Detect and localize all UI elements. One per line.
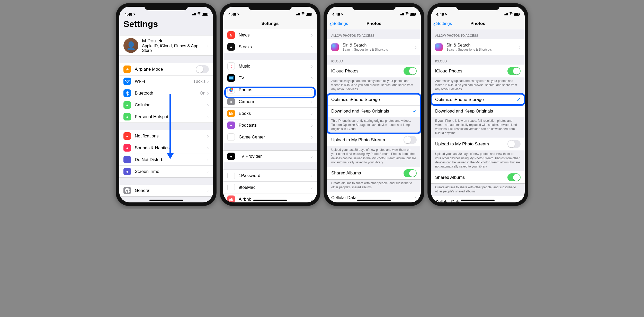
settings-row[interactable]: ●9to5Mac›: [223, 182, 317, 193]
siri-search-row[interactable]: Siri & SearchSearch, Suggestions & Short…: [327, 39, 421, 55]
icloud-photos-toggle[interactable]: [507, 67, 521, 75]
settings-row[interactable]: 1p1Password›: [223, 170, 317, 182]
airbnb-icon: ab: [227, 195, 235, 202]
chevron-right-icon: ›: [311, 32, 313, 38]
settings-row[interactable]: ●Personal Hotspot›: [119, 111, 213, 123]
do-not-disturb-icon: [123, 156, 131, 163]
signal-icon: [192, 13, 196, 15]
row-label: Airbnb: [239, 197, 311, 202]
signal-icon: [296, 13, 300, 15]
settings-row[interactable]: BluetoothOn›: [119, 87, 213, 99]
icloud-desc: Automatically upload and safely store al…: [327, 77, 421, 94]
chevron-right-icon: ›: [207, 114, 209, 120]
toggle[interactable]: [196, 65, 209, 73]
row-label: TV: [239, 76, 311, 81]
screen-2: 4:48➤ Settings NNews›●Stocks›♫Music›TV›P…: [223, 7, 317, 202]
chevron-right-icon: ›: [311, 63, 313, 69]
content-2[interactable]: NNews›●Stocks›♫Music›TV›Photos›●Camera›b…: [223, 29, 317, 202]
stocks-icon: ●: [227, 43, 235, 51]
settings-row[interactable]: ●Podcasts›: [223, 119, 317, 131]
siri-label: Siri & Search: [446, 43, 519, 48]
settings-row[interactable]: General›: [119, 185, 213, 196]
battery-icon: [202, 13, 208, 16]
battery-icon: [410, 13, 416, 16]
opt-label: Download and Keep Originals: [435, 109, 521, 114]
settings-row[interactable]: ●Stocks›: [223, 41, 317, 53]
siri-search-row[interactable]: Siri & SearchSearch, Suggestions & Short…: [431, 39, 525, 55]
icloud-photos-toggle[interactable]: [404, 67, 417, 75]
wifi-icon: [509, 12, 513, 16]
settings-row[interactable]: ♫Music›: [223, 60, 317, 72]
home-indicator[interactable]: [461, 200, 495, 201]
phone-1: 4:48➤ Settings M Potuck Apple ID, iCloud…: [116, 3, 217, 206]
phone-2: 4:48➤ Settings NNews›●Stocks›♫Music›TV›P…: [220, 3, 320, 206]
screen-4: 4:48➤ Settings Photos ALLOW PHOTOS TO AC…: [431, 7, 525, 202]
user-sub: Apple ID, iCloud, iTunes & App Store: [142, 44, 207, 53]
home-indicator[interactable]: [357, 200, 391, 201]
wifi-icon: [197, 12, 201, 16]
optimize-option[interactable]: Download and Keep Originals✓: [327, 106, 421, 117]
settings-row[interactable]: ●Notifications›: [119, 130, 213, 142]
photo-stream-row[interactable]: Upload to My Photo Stream: [327, 134, 421, 146]
settings-row[interactable]: ●Camera›: [223, 96, 317, 108]
home-indicator[interactable]: [149, 200, 183, 201]
apple-id-row[interactable]: M Potuck Apple ID, iCloud, iTunes & App …: [119, 35, 213, 56]
row-label: Camera: [239, 99, 311, 104]
nav-bar: Settings Photos: [327, 18, 421, 29]
signal-icon: [400, 13, 404, 15]
settings-row[interactable]: NNews›: [223, 29, 317, 41]
settings-row[interactable]: ●Screen Time›: [119, 166, 213, 177]
row-label: Bluetooth: [135, 91, 200, 96]
settings-row[interactable]: Photos›: [223, 84, 317, 96]
svg-point-10: [231, 90, 233, 91]
settings-row[interactable]: bkBooks›: [223, 108, 317, 119]
chevron-right-icon: ›: [311, 173, 313, 179]
stream-toggle[interactable]: [404, 136, 417, 144]
optimize-group: Optimize iPhone Storage✓Download and Kee…: [431, 94, 525, 117]
settings-row[interactable]: Wi-FiTuck's›: [119, 76, 213, 87]
optimize-option[interactable]: Optimize iPhone Storage✓: [431, 94, 525, 106]
svg-point-9: [229, 90, 231, 91]
cellular-data-row[interactable]: Cellular Data›: [327, 192, 421, 202]
shared-label: Shared Albums: [331, 171, 404, 176]
cellular-icon: ●: [123, 101, 131, 109]
icloud-photos-row[interactable]: iCloud Photos: [327, 65, 421, 77]
icloud-header: ICLOUD: [431, 55, 525, 65]
stream-toggle[interactable]: [507, 140, 521, 148]
row-label: Wi-Fi: [135, 79, 193, 84]
shared-toggle[interactable]: [507, 173, 521, 181]
settings-row[interactable]: ●TV Provider›: [223, 151, 317, 162]
settings-row[interactable]: ✈Airplane Mode: [119, 63, 213, 76]
settings-row[interactable]: TV›: [223, 72, 317, 84]
nav-title: Photos: [470, 21, 485, 26]
shared-desc: Create albums to share with other people…: [431, 184, 525, 196]
icloud-photos-row[interactable]: iCloud Photos: [431, 65, 525, 77]
settings-row[interactable]: ●Sounds & Haptics›: [119, 142, 213, 154]
shared-albums-row[interactable]: Shared Albums: [431, 171, 525, 183]
optimize-option[interactable]: Optimize iPhone Storage: [327, 94, 421, 106]
stream-desc: Upload your last 30 days of new photos a…: [431, 150, 525, 171]
settings-row[interactable]: abAirbnb›: [223, 193, 317, 202]
chevron-right-icon: ›: [311, 87, 313, 93]
news-icon: N: [227, 31, 235, 39]
bluetooth-icon: [123, 89, 131, 97]
photo-stream-row[interactable]: Upload to My Photo Stream: [431, 138, 525, 150]
content-3[interactable]: ALLOW PHOTOS TO ACCESSSiri & SearchSearc…: [327, 29, 421, 202]
settings-row[interactable]: Do Not Disturb›: [119, 154, 213, 166]
back-button[interactable]: Settings: [433, 21, 452, 26]
content-4[interactable]: ALLOW PHOTOS TO ACCESSSiri & SearchSearc…: [431, 29, 525, 202]
row-label: Podcasts: [239, 123, 311, 128]
settings-row[interactable]: ●Cellular›: [119, 99, 213, 111]
location-icon: ➤: [341, 12, 344, 16]
back-button[interactable]: Settings: [329, 21, 348, 26]
shared-albums-row[interactable]: Shared Albums: [327, 167, 421, 179]
optimize-option[interactable]: Download and Keep Originals: [431, 106, 525, 117]
notifications-icon: ●: [123, 132, 131, 140]
settings-row[interactable]: gcGame Center›: [223, 131, 317, 143]
shared-toggle[interactable]: [404, 169, 417, 177]
content-1[interactable]: M Potuck Apple ID, iCloud, iTunes & App …: [119, 31, 213, 202]
tv-provider-icon: ●: [227, 153, 235, 160]
allow-access-header: ALLOW PHOTOS TO ACCESS: [327, 29, 421, 39]
icloud-header: ICLOUD: [327, 55, 421, 65]
home-indicator[interactable]: [253, 200, 287, 201]
